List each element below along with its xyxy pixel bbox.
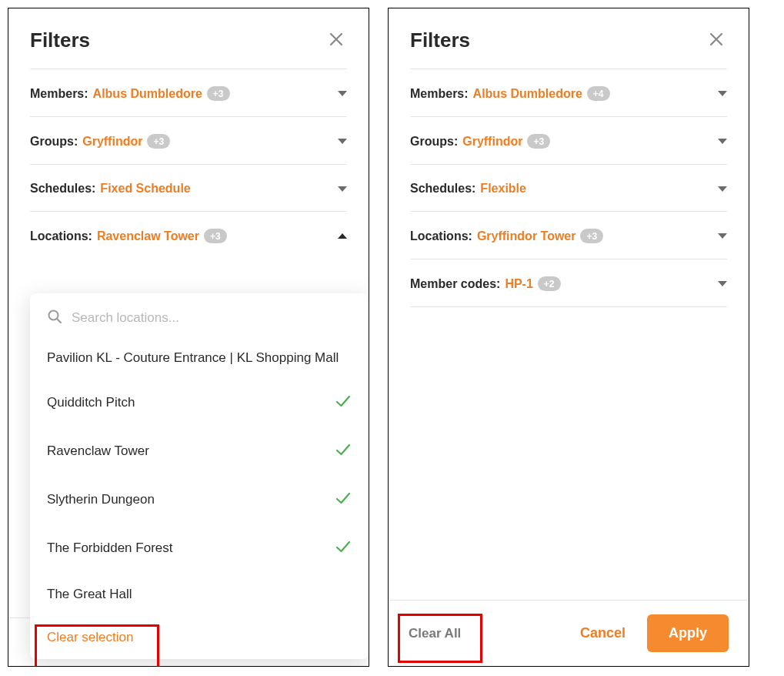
option-label: Pavilion KL - Couture Entrance | KL Shop… [47,349,339,368]
cancel-button[interactable]: Cancel [565,616,641,651]
count-badge: +3 [204,229,227,243]
chevron-down-icon[interactable] [718,281,727,286]
option-label: Ravenclaw Tower [47,443,149,459]
chevron-down-icon[interactable] [718,186,727,192]
location-option[interactable]: The Great Hall [30,573,369,616]
filter-label: Locations [30,229,88,243]
filter-row-schedules[interactable]: Schedules : Flexible [410,165,727,212]
filter-value: Gryffindor [462,135,522,149]
search-icon [47,309,62,327]
close-icon[interactable] [325,27,347,53]
clear-selection-row: Clear selection [30,616,369,659]
locations-dropdown: Pavilion KL - Couture Entrance | KL Shop… [30,293,369,659]
option-label: The Forbidden Forest [47,540,172,556]
panel-body: Members : Albus Dumbledore +4 Groups : G… [389,69,749,600]
filter-value: Albus Dumbledore [473,87,582,101]
filter-label: Members [30,87,84,101]
panel-header: Filters [389,8,749,69]
location-option[interactable]: Ravenclaw Tower [30,427,369,476]
close-icon[interactable] [706,27,727,53]
chevron-down-icon[interactable] [718,91,727,96]
check-icon [335,441,352,462]
location-option[interactable]: The Forbidden Forest [30,524,369,573]
clear-all-link[interactable]: Clear All [409,626,461,641]
filter-label: Member codes [410,277,496,291]
filter-value: Flexible [480,182,526,196]
count-badge: +3 [527,134,550,149]
filter-row-locations[interactable]: Locations : Ravenclaw Tower +3 [30,212,347,259]
filter-label: Groups [410,135,454,149]
check-icon [335,393,352,413]
filter-label: Schedules [30,182,92,196]
apply-button[interactable]: Apply [647,614,729,652]
filter-value: Albus Dumbledore [93,87,202,101]
filters-panel-left: Filters Members : Albus Dumbledore +3 Gr… [8,8,369,667]
search-row [30,303,369,338]
chevron-down-icon[interactable] [718,233,727,239]
location-option[interactable]: Quidditch Pitch [30,379,369,427]
check-icon [335,538,352,559]
filter-row-locations[interactable]: Locations : Gryffindor Tower +3 [410,212,727,259]
option-label: Slytherin Dungeon [47,492,155,507]
chevron-down-icon[interactable] [718,139,727,144]
filter-value: Gryffindor [82,135,142,149]
panel-header: Filters [8,8,369,69]
filter-label: Groups [30,135,74,149]
search-input[interactable] [72,310,352,326]
filter-row-schedules[interactable]: Schedules : Fixed Schedule [30,165,347,212]
count-badge: +4 [587,86,610,101]
check-icon [335,490,352,510]
filter-row-members[interactable]: Members : Albus Dumbledore +4 [410,69,727,117]
count-badge: +3 [147,134,170,149]
count-badge: +2 [538,276,561,291]
location-option[interactable]: Pavilion KL - Couture Entrance | KL Shop… [30,338,369,379]
chevron-down-icon[interactable] [338,186,347,192]
svg-line-1 [57,319,61,323]
count-badge: +3 [207,86,230,101]
count-badge: +3 [580,229,603,243]
filters-panel-right: Filters Members : Albus Dumbledore +4 Gr… [388,8,749,667]
filter-row-groups[interactable]: Groups : Gryffindor +3 [30,117,347,165]
clear-selection-link[interactable]: Clear selection [47,630,133,644]
filter-value: Ravenclaw Tower [97,229,199,243]
filter-row-groups[interactable]: Groups : Gryffindor +3 [410,117,727,165]
filter-label: Locations [410,229,469,243]
panel-title: Filters [410,28,470,52]
filter-value: Gryffindor Tower [477,229,576,243]
chevron-up-icon[interactable] [338,233,347,239]
location-option[interactable]: Slytherin Dungeon [30,476,369,524]
option-label: The Great Hall [47,587,132,602]
chevron-down-icon[interactable] [338,139,347,144]
filter-label: Members [410,87,464,101]
panel-footer: Clear All Cancel Apply [389,600,749,666]
option-label: Quidditch Pitch [47,395,135,410]
filter-value: HP-1 [505,277,532,291]
filter-row-member-codes[interactable]: Member codes : HP-1 +2 [410,259,727,307]
filter-label: Schedules [410,182,472,196]
chevron-down-icon[interactable] [338,91,347,96]
panel-title: Filters [30,28,90,52]
filter-row-members[interactable]: Members : Albus Dumbledore +3 [30,69,347,117]
filter-value: Fixed Schedule [100,182,190,196]
